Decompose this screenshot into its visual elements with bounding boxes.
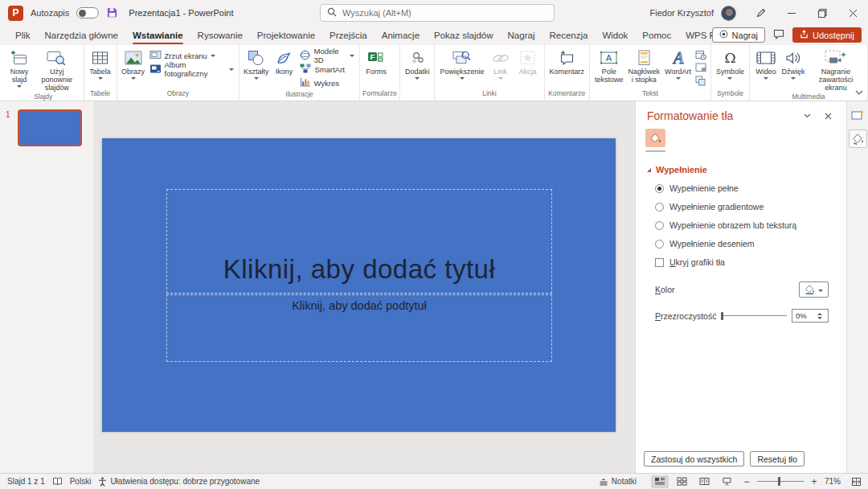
3d-models-button[interactable]: Modele 3D — [297, 49, 356, 62]
autosave-label: Autozapis — [31, 8, 69, 18]
powerpoint-logo-icon: P — [8, 6, 23, 21]
save-icon[interactable] — [106, 6, 118, 20]
tab-rysowanie[interactable]: Rysowanie — [190, 26, 250, 45]
header-footer-button[interactable]: Nagłówek i stopka — [626, 47, 663, 84]
pen-mode-icon[interactable] — [747, 1, 775, 25]
tab-plik[interactable]: Plik — [8, 26, 38, 45]
hide-background-checkbox[interactable]: Ukryj grafiki tła — [636, 257, 846, 267]
transparency-value-input[interactable] — [792, 311, 815, 320]
header-footer-icon — [637, 48, 651, 68]
transparency-spinbox[interactable] — [792, 309, 829, 323]
slideshow-view-button[interactable] — [719, 475, 736, 488]
object-button[interactable] — [694, 75, 708, 86]
addins-button[interactable]: Dodatki — [403, 47, 432, 80]
group-dodatki: Dodatki — [400, 45, 436, 101]
option-solid-fill[interactable]: Wypełnienie pełne — [636, 183, 846, 193]
tab-recenzja[interactable]: Recenzja — [542, 26, 595, 45]
search-box[interactable] — [320, 4, 555, 22]
tab-wstawianie[interactable]: Wstawianie — [125, 26, 190, 45]
normal-view-button[interactable] — [651, 475, 669, 488]
slide-thumbnail[interactable] — [18, 109, 82, 146]
pane-options-chevron-icon[interactable] — [796, 109, 817, 123]
close-button[interactable] — [839, 1, 866, 25]
forms-button[interactable]: F Forms — [362, 47, 390, 76]
user-name[interactable]: Fiedor Krzysztof — [650, 8, 714, 18]
slide-counter[interactable]: Slajd 1 z 1 — [7, 477, 45, 486]
share-button[interactable]: Udostępnij — [792, 27, 862, 43]
slide[interactable]: Kliknij, aby dodać tytuł Kliknij, aby do… — [102, 138, 616, 432]
screen-recording-button[interactable]: Nagranie zawartości ekranu — [807, 47, 865, 92]
new-slide-button[interactable]: Nowy slajd — [6, 47, 33, 88]
comment-button[interactable]: Komentarz — [547, 47, 588, 76]
tab-przejscia[interactable]: Przejścia — [322, 26, 375, 45]
option-gradient-fill[interactable]: Wypełnienie gradientowe — [636, 202, 846, 212]
search-input[interactable] — [342, 8, 547, 18]
slide-number-button[interactable] — [694, 62, 708, 73]
minimize-button[interactable] — [778, 1, 805, 25]
tab-widok[interactable]: Widok — [595, 26, 635, 45]
smartart-icon — [300, 64, 311, 75]
reading-view-button[interactable] — [696, 475, 714, 488]
format-background-icon[interactable] — [849, 129, 867, 148]
tab-narzedzia-glowne[interactable]: Narzędzia główne — [38, 26, 125, 45]
tab-projektowanie[interactable]: Projektowanie — [250, 26, 322, 45]
chart-button[interactable]: Wykres — [297, 76, 356, 89]
option-pattern-fill[interactable]: Wypełnienie deseniem — [636, 239, 846, 249]
fill-tool-icon[interactable] — [645, 129, 665, 147]
shapes-button[interactable]: Kształty — [242, 47, 270, 80]
subtitle-placeholder[interactable]: Kliknij, aby dodać podtytuł — [166, 294, 552, 362]
maximize-button[interactable] — [809, 1, 836, 25]
fit-slide-button[interactable] — [847, 475, 865, 488]
slider-handle[interactable] — [721, 312, 723, 320]
slide-sorter-view-button[interactable] — [674, 475, 691, 488]
record-label: Nagraj — [732, 31, 758, 40]
spin-down-icon[interactable] — [817, 317, 822, 319]
slide-thumbnails-panel: 1 — [0, 101, 95, 473]
addins-icon — [409, 48, 425, 68]
notes-button[interactable]: Notatki — [599, 477, 637, 486]
zoom-out-button[interactable]: − — [743, 476, 751, 487]
autosave-toggle[interactable] — [76, 7, 99, 18]
color-dropdown-button[interactable] — [799, 281, 829, 298]
language-indicator[interactable]: Polski — [70, 477, 92, 486]
symbols-button[interactable]: Ω Symbole — [714, 47, 747, 80]
smartart-button[interactable]: SmartArt — [297, 63, 356, 76]
zoom-percentage[interactable]: 71% — [825, 477, 841, 486]
icons-button[interactable]: Ikony — [270, 47, 297, 76]
zoom-slider[interactable] — [757, 481, 804, 482]
screenshot-label: Zrzut ekranu — [165, 51, 207, 60]
comments-icon[interactable] — [773, 29, 784, 41]
designer-icon[interactable] — [849, 106, 867, 125]
pictures-button[interactable]: Obrazy — [120, 47, 147, 80]
reset-background-button[interactable]: Resetuj tło — [750, 451, 805, 466]
title-placeholder[interactable]: Kliknij, aby dodać tytuł — [166, 189, 552, 294]
video-button[interactable]: Wideo — [752, 47, 780, 80]
audio-button[interactable]: Dźwięk — [780, 47, 807, 80]
textbox-button[interactable]: A Pole tekstowe — [592, 47, 626, 84]
date-time-button[interactable] — [694, 49, 708, 60]
tab-pomoc[interactable]: Pomoc — [635, 26, 678, 45]
accessibility-status[interactable]: Ułatwienia dostępu: dobrze przygotowane — [98, 477, 260, 487]
spin-up-icon[interactable] — [817, 313, 822, 315]
collapse-ribbon-icon[interactable] — [855, 87, 863, 97]
tab-nagraj[interactable]: Nagraj — [501, 26, 542, 45]
wordart-button[interactable]: A WordArt — [662, 47, 694, 80]
tab-animacje[interactable]: Animacje — [375, 26, 427, 45]
transparency-slider[interactable] — [721, 315, 787, 316]
tab-pokaz-slajdow[interactable]: Pokaz slajdów — [427, 26, 501, 45]
record-button[interactable]: Nagraj — [712, 27, 765, 43]
reuse-slides-button[interactable]: Użyj ponownie slajdów — [33, 47, 81, 92]
table-button[interactable]: Tabela — [87, 47, 114, 80]
fill-section-header[interactable]: Wypełnienie — [636, 152, 846, 175]
zoom-slider-handle[interactable] — [778, 477, 781, 486]
photo-album-button[interactable]: Album fotograficzny — [147, 63, 237, 76]
action-label: Akcja — [518, 68, 536, 76]
spellcheck-icon[interactable] — [52, 477, 63, 486]
apply-to-all-button[interactable]: Zastosuj do wszystkich — [644, 451, 744, 466]
user-avatar[interactable] — [721, 6, 736, 21]
pane-close-icon[interactable] — [817, 109, 838, 123]
option-picture-fill[interactable]: Wypełnienie obrazem lub teksturą — [636, 220, 846, 230]
zoom-section-button[interactable]: Powiększenie — [437, 47, 486, 80]
chevron-down-icon — [350, 55, 354, 57]
zoom-in-button[interactable]: + — [810, 476, 818, 487]
